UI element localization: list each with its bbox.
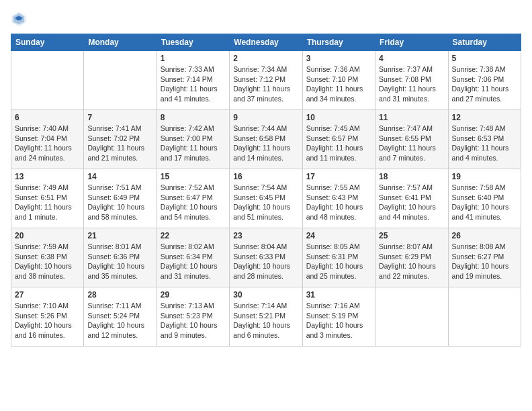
day-number: 22 (161, 231, 226, 240)
calendar-cell: 25Sunrise: 8:07 AM Sunset: 6:29 PM Dayli… (375, 228, 448, 287)
day-info: Sunrise: 8:01 AM Sunset: 6:36 PM Dayligh… (87, 242, 152, 281)
day-number: 31 (306, 290, 371, 300)
calendar-cell: 22Sunrise: 8:02 AM Sunset: 6:34 PM Dayli… (157, 228, 229, 287)
day-info: Sunrise: 8:08 AM Sunset: 6:27 PM Dayligh… (452, 242, 517, 281)
day-number: 7 (87, 113, 152, 122)
day-number: 25 (379, 231, 444, 240)
day-info: Sunrise: 7:40 AM Sunset: 7:04 PM Dayligh… (15, 124, 80, 163)
day-number: 16 (233, 172, 298, 181)
calendar-cell: 9Sunrise: 7:44 AM Sunset: 6:58 PM Daylig… (230, 110, 302, 169)
day-number: 2 (233, 54, 298, 63)
day-number: 6 (15, 113, 80, 122)
calendar-week-row: 6Sunrise: 7:40 AM Sunset: 7:04 PM Daylig… (11, 110, 521, 169)
day-info: Sunrise: 7:13 AM Sunset: 5:23 PM Dayligh… (161, 301, 226, 340)
calendar-week-row: 1Sunrise: 7:33 AM Sunset: 7:14 PM Daylig… (11, 51, 521, 110)
day-info: Sunrise: 7:49 AM Sunset: 6:51 PM Dayligh… (15, 183, 80, 222)
day-number: 9 (233, 113, 298, 122)
calendar-cell: 1Sunrise: 7:33 AM Sunset: 7:14 PM Daylig… (157, 51, 229, 110)
calendar-cell: 7Sunrise: 7:41 AM Sunset: 7:02 PM Daylig… (84, 110, 157, 169)
day-info: Sunrise: 7:16 AM Sunset: 5:19 PM Dayligh… (306, 301, 371, 340)
day-info: Sunrise: 7:42 AM Sunset: 7:00 PM Dayligh… (161, 124, 226, 163)
calendar-cell: 28Sunrise: 7:11 AM Sunset: 5:24 PM Dayli… (84, 287, 157, 347)
calendar-cell: 18Sunrise: 7:57 AM Sunset: 6:41 PM Dayli… (375, 169, 448, 228)
day-number: 30 (233, 290, 298, 300)
calendar-cell: 4Sunrise: 7:37 AM Sunset: 7:08 PM Daylig… (375, 51, 448, 110)
calendar-cell: 3Sunrise: 7:36 AM Sunset: 7:10 PM Daylig… (302, 51, 375, 110)
calendar-cell: 23Sunrise: 8:04 AM Sunset: 6:33 PM Dayli… (230, 228, 302, 287)
col-header-wednesday: Wednesday (230, 34, 302, 51)
day-number: 28 (87, 290, 152, 300)
day-info: Sunrise: 8:05 AM Sunset: 6:31 PM Dayligh… (306, 242, 371, 281)
day-number: 24 (306, 231, 371, 240)
calendar-cell: 13Sunrise: 7:49 AM Sunset: 6:51 PM Dayli… (11, 169, 84, 228)
day-info: Sunrise: 7:58 AM Sunset: 6:40 PM Dayligh… (452, 183, 517, 222)
day-info: Sunrise: 8:04 AM Sunset: 6:33 PM Dayligh… (233, 242, 298, 281)
calendar-cell (375, 287, 448, 347)
day-number: 14 (87, 172, 152, 181)
day-info: Sunrise: 7:38 AM Sunset: 7:06 PM Dayligh… (452, 64, 517, 104)
calendar-cell: 31Sunrise: 7:16 AM Sunset: 5:19 PM Dayli… (302, 287, 375, 347)
col-header-thursday: Thursday (302, 34, 375, 51)
calendar-cell: 6Sunrise: 7:40 AM Sunset: 7:04 PM Daylig… (11, 110, 84, 169)
day-number: 5 (452, 54, 517, 63)
calendar-cell (84, 51, 157, 110)
day-number: 13 (15, 172, 80, 181)
day-number: 17 (306, 172, 371, 181)
day-info: Sunrise: 7:34 AM Sunset: 7:12 PM Dayligh… (233, 64, 298, 104)
day-number: 27 (15, 290, 80, 300)
col-header-tuesday: Tuesday (157, 34, 229, 51)
col-header-saturday: Saturday (448, 34, 521, 51)
logo (11, 11, 30, 27)
day-number: 19 (452, 172, 517, 181)
calendar-cell: 24Sunrise: 8:05 AM Sunset: 6:31 PM Dayli… (302, 228, 375, 287)
calendar-cell: 16Sunrise: 7:54 AM Sunset: 6:45 PM Dayli… (230, 169, 302, 228)
calendar-table: SundayMondayTuesdayWednesdayThursdayFrid… (11, 34, 521, 347)
logo-icon (11, 11, 27, 27)
calendar-cell: 21Sunrise: 8:01 AM Sunset: 6:36 PM Dayli… (84, 228, 157, 287)
day-number: 10 (306, 113, 371, 122)
calendar-cell: 27Sunrise: 7:10 AM Sunset: 5:26 PM Dayli… (11, 287, 84, 347)
calendar-cell: 2Sunrise: 7:34 AM Sunset: 7:12 PM Daylig… (230, 51, 302, 110)
day-info: Sunrise: 7:41 AM Sunset: 7:02 PM Dayligh… (87, 124, 152, 163)
day-info: Sunrise: 8:07 AM Sunset: 6:29 PM Dayligh… (379, 242, 444, 281)
day-info: Sunrise: 7:47 AM Sunset: 6:55 PM Dayligh… (379, 124, 444, 163)
calendar-cell (11, 51, 84, 110)
day-number: 26 (452, 231, 517, 240)
day-info: Sunrise: 7:45 AM Sunset: 6:57 PM Dayligh… (306, 124, 371, 163)
calendar-cell (448, 287, 521, 347)
day-info: Sunrise: 8:02 AM Sunset: 6:34 PM Dayligh… (161, 242, 226, 281)
day-info: Sunrise: 7:44 AM Sunset: 6:58 PM Dayligh… (233, 124, 298, 163)
calendar-cell: 30Sunrise: 7:14 AM Sunset: 5:21 PM Dayli… (230, 287, 302, 347)
day-info: Sunrise: 7:33 AM Sunset: 7:14 PM Dayligh… (161, 64, 226, 104)
day-info: Sunrise: 7:10 AM Sunset: 5:26 PM Dayligh… (15, 301, 80, 340)
day-info: Sunrise: 7:57 AM Sunset: 6:41 PM Dayligh… (379, 183, 444, 222)
day-number: 4 (379, 54, 444, 63)
calendar-cell: 5Sunrise: 7:38 AM Sunset: 7:06 PM Daylig… (448, 51, 521, 110)
day-number: 1 (161, 54, 226, 63)
calendar-cell: 8Sunrise: 7:42 AM Sunset: 7:00 PM Daylig… (157, 110, 229, 169)
col-header-monday: Monday (84, 34, 157, 51)
calendar-cell: 26Sunrise: 8:08 AM Sunset: 6:27 PM Dayli… (448, 228, 521, 287)
col-header-sunday: Sunday (11, 34, 84, 51)
day-number: 8 (161, 113, 226, 122)
day-info: Sunrise: 7:48 AM Sunset: 6:53 PM Dayligh… (452, 124, 517, 163)
day-number: 20 (15, 231, 80, 240)
day-number: 11 (379, 113, 444, 122)
calendar-cell: 11Sunrise: 7:47 AM Sunset: 6:55 PM Dayli… (375, 110, 448, 169)
calendar-cell: 20Sunrise: 7:59 AM Sunset: 6:38 PM Dayli… (11, 228, 84, 287)
page-header (11, 11, 521, 27)
day-info: Sunrise: 7:36 AM Sunset: 7:10 PM Dayligh… (306, 64, 371, 104)
calendar-cell: 17Sunrise: 7:55 AM Sunset: 6:43 PM Dayli… (302, 169, 375, 228)
calendar-cell: 15Sunrise: 7:52 AM Sunset: 6:47 PM Dayli… (157, 169, 229, 228)
day-number: 29 (161, 290, 226, 300)
day-info: Sunrise: 7:37 AM Sunset: 7:08 PM Dayligh… (379, 64, 444, 104)
calendar-cell: 12Sunrise: 7:48 AM Sunset: 6:53 PM Dayli… (448, 110, 521, 169)
calendar-week-row: 20Sunrise: 7:59 AM Sunset: 6:38 PM Dayli… (11, 228, 521, 287)
day-info: Sunrise: 7:59 AM Sunset: 6:38 PM Dayligh… (15, 242, 80, 281)
col-header-friday: Friday (375, 34, 448, 51)
day-info: Sunrise: 7:51 AM Sunset: 6:49 PM Dayligh… (87, 183, 152, 222)
calendar-cell: 14Sunrise: 7:51 AM Sunset: 6:49 PM Dayli… (84, 169, 157, 228)
calendar-header-row: SundayMondayTuesdayWednesdayThursdayFrid… (11, 34, 521, 51)
calendar-cell: 19Sunrise: 7:58 AM Sunset: 6:40 PM Dayli… (448, 169, 521, 228)
day-info: Sunrise: 7:55 AM Sunset: 6:43 PM Dayligh… (306, 183, 371, 222)
